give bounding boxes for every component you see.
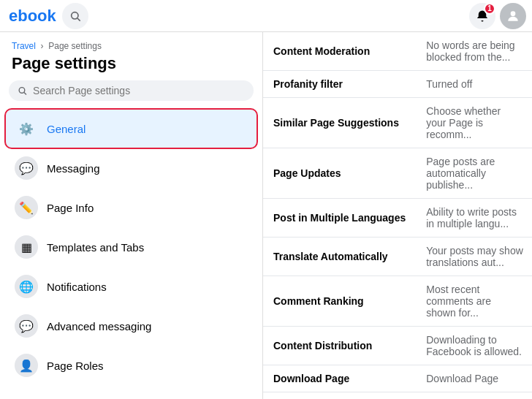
table-row: Merge Pages Merge duplicate Pages <box>263 392 532 400</box>
setting-value: Most recent comments are shown for... <box>416 276 532 327</box>
setting-value: Your posts may show translations aut... <box>416 238 532 276</box>
setting-name: Content Distribution <box>263 327 416 365</box>
svg-line-4 <box>24 92 26 94</box>
setting-name: Post in Multiple Languages <box>263 199 416 238</box>
main-content: Travel › Page settings Page settings ⚙️ … <box>0 32 532 399</box>
setting-value: Ability to write posts in multiple langu… <box>416 199 532 238</box>
sidebar-item-label-page-info: Page Info <box>47 202 94 214</box>
setting-name: Download Page <box>263 365 416 392</box>
table-row: Post in Multiple Languages Ability to wr… <box>263 199 532 238</box>
header-icons: 1 <box>469 3 526 29</box>
person-icon: 👤 <box>15 354 38 377</box>
messenger-icon: 💬 <box>15 314 38 338</box>
notifications-button[interactable]: 1 <box>469 3 495 29</box>
setting-name: Similar Page Suggestions <box>263 98 416 148</box>
table-row: Page Updates Page posts are automaticall… <box>263 148 532 199</box>
table-row: Translate Automatically Your posts may s… <box>263 238 532 276</box>
setting-value: Merge duplicate Pages <box>416 392 532 400</box>
sidebar-item-advanced-messaging[interactable]: 💬 Advanced messaging <box>6 307 256 345</box>
settings-table: Content Moderation No words are being bl… <box>263 32 532 399</box>
search-button[interactable] <box>62 3 88 29</box>
grid-icon: ▦ <box>15 235 38 259</box>
gear-icon: ⚙️ <box>15 117 38 140</box>
sidebar-item-label-page-roles: Page Roles <box>47 360 104 372</box>
breadcrumb: Travel › Page settings <box>6 41 256 53</box>
table-row: Comment Ranking Most recent comments are… <box>263 276 532 327</box>
page-title: Page settings <box>6 53 256 80</box>
setting-value: Page posts are automatically publishe... <box>416 148 532 199</box>
sidebar-item-page-info[interactable]: ✏️ Page Info <box>6 189 256 227</box>
search-input[interactable] <box>33 85 245 96</box>
breadcrumb-current: Page settings <box>48 41 102 51</box>
sidebar-item-page-roles[interactable]: 👤 Page Roles <box>6 346 256 384</box>
notification-badge: 1 <box>484 3 495 15</box>
setting-name: Content Moderation <box>263 32 416 71</box>
svg-line-1 <box>77 18 80 21</box>
sidebar-item-notifications[interactable]: 🌐 Notifications <box>6 267 256 305</box>
setting-value: Turned off <box>416 71 532 98</box>
setting-name: Profanity filter <box>263 71 416 98</box>
sidebar-item-templates-tabs[interactable]: ▦ Templates and Tabs <box>6 228 256 266</box>
logo: ebook <box>9 7 56 26</box>
globe-icon: 🌐 <box>15 275 38 298</box>
sidebar-item-label-templates-tabs: Templates and Tabs <box>47 241 144 254</box>
setting-value: Download Page <box>416 365 532 392</box>
table-row: Download Page Download Page <box>263 365 532 392</box>
breadcrumb-parent[interactable]: Travel <box>12 41 36 51</box>
pencil-icon: ✏️ <box>15 196 38 219</box>
sidebar: Travel › Page settings Page settings ⚙️ … <box>0 32 263 399</box>
search-box[interactable] <box>9 80 254 101</box>
svg-point-3 <box>19 88 25 94</box>
setting-name: Comment Ranking <box>263 276 416 327</box>
header: ebook 1 <box>0 0 532 32</box>
sidebar-item-label-notifications: Notifications <box>47 281 107 293</box>
sidebar-item-messaging[interactable]: 💬 Messaging <box>6 149 256 187</box>
right-panel: Content Moderation No words are being bl… <box>263 32 532 399</box>
setting-value: Choose whether your Page is recomm... <box>416 98 532 148</box>
table-row: Content Distribution Downloading to Face… <box>263 327 532 365</box>
svg-point-0 <box>71 12 77 18</box>
table-row: Profanity filter Turned off <box>263 71 532 98</box>
setting-value: Downloading to Facebook is allowed. <box>416 327 532 365</box>
table-row: Similar Page Suggestions Choose whether … <box>263 98 532 148</box>
svg-point-2 <box>511 11 516 16</box>
setting-name: Merge Pages <box>263 392 416 400</box>
sidebar-item-label-messaging: Messaging <box>47 162 100 175</box>
sidebar-item-general[interactable]: ⚙️ General <box>6 110 256 148</box>
table-row: Content Moderation No words are being bl… <box>263 32 532 71</box>
search-icon <box>18 86 27 96</box>
sidebar-item-label-general: General <box>47 123 86 135</box>
setting-name: Page Updates <box>263 148 416 199</box>
setting-name: Translate Automatically <box>263 238 416 276</box>
message-icon: 💬 <box>15 156 38 180</box>
setting-value: No words are being blocked from the... <box>416 32 532 71</box>
sidebar-item-label-advanced-messaging: Advanced messaging <box>47 320 151 332</box>
user-avatar[interactable] <box>500 3 526 29</box>
